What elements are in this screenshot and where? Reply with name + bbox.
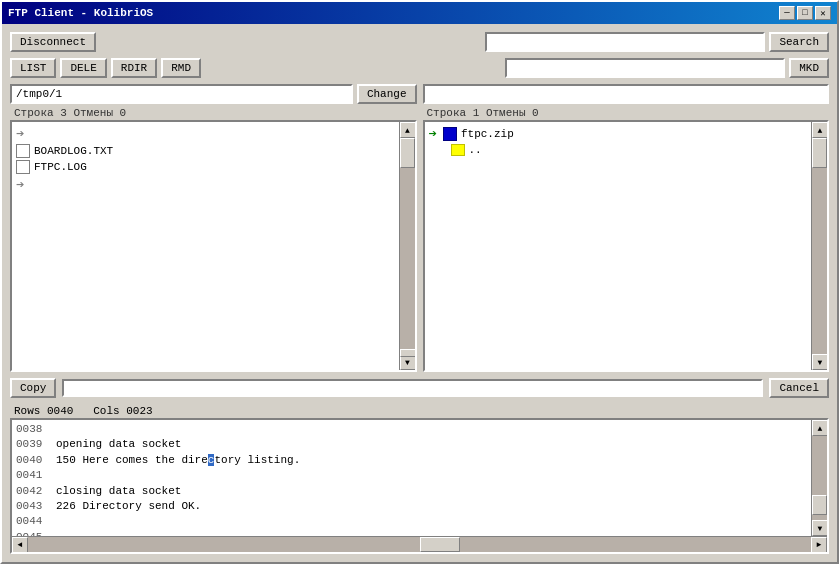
search-button[interactable]: Search xyxy=(769,32,829,52)
log-line: 0039opening data socket xyxy=(16,437,807,452)
right-path-input[interactable] xyxy=(423,84,830,104)
search-input[interactable] xyxy=(485,32,765,52)
log-scroll-down[interactable]: ▼ xyxy=(812,520,827,536)
log-line: 0040150 Here comes the directory listing… xyxy=(16,453,807,468)
zip-icon xyxy=(443,127,457,141)
log-line: 0043226 Directory send OK. xyxy=(16,499,807,514)
file-name: ftpc.zip xyxy=(461,128,514,140)
left-arrow-icon: ➔ xyxy=(16,125,24,142)
log-header: Rows 0040 Cols 0023 xyxy=(10,404,829,418)
rmd-button[interactable]: RMD xyxy=(161,58,201,78)
close-button[interactable]: ✕ xyxy=(815,6,831,20)
log-hscroll-thumb[interactable] xyxy=(420,537,460,552)
scroll-up-button[interactable]: ▲ xyxy=(400,122,416,138)
copy-button[interactable]: Copy xyxy=(10,378,56,398)
list-item[interactable]: ➔ xyxy=(14,124,397,143)
log-line: 0044 xyxy=(16,514,807,529)
log-hscroll-track xyxy=(28,537,811,552)
scroll-up-button[interactable]: ▲ xyxy=(812,122,828,138)
left-panel: Change Строка 3 Отмены 0 ➔ BOARDLOG.TXT xyxy=(10,84,417,372)
right-panel-list: ➔ ftpc.zip .. ▲ xyxy=(423,120,830,372)
log-section: Rows 0040 Cols 0023 0038 0039opening dat… xyxy=(10,404,829,554)
left-panel-content[interactable]: ➔ BOARDLOG.TXT FTPC.LOG ➔ xyxy=(12,122,399,370)
log-horizontal-scrollbar[interactable]: ◄ ► xyxy=(12,536,827,552)
dele-button[interactable]: DELE xyxy=(60,58,106,78)
folder-icon xyxy=(451,144,465,156)
log-scroll-up[interactable]: ▲ xyxy=(812,420,827,436)
mkd-button[interactable]: MKD xyxy=(789,58,829,78)
arrow-icon: ➔ xyxy=(16,176,24,193)
window-title: FTP Client - KolibriOS xyxy=(8,7,153,19)
scroll-thumb[interactable] xyxy=(400,138,415,168)
log-content: 0038 0039opening data socket 0040150 Her… xyxy=(12,420,827,536)
log-scroll-track xyxy=(812,436,827,520)
list-item[interactable]: ➔ ftpc.zip xyxy=(427,124,810,143)
list-item[interactable]: .. xyxy=(427,143,810,157)
file-name: .. xyxy=(469,144,482,156)
log-body: 0038 0039opening data socket 0040150 Her… xyxy=(10,418,829,554)
doc-icon xyxy=(16,160,30,174)
disconnect-button[interactable]: Disconnect xyxy=(10,32,96,52)
copy-section: Copy Cancel xyxy=(10,378,829,398)
log-line: 0041 xyxy=(16,468,807,483)
log-line: 0042closing data socket xyxy=(16,484,807,499)
top-bar: Disconnect Search xyxy=(10,32,829,52)
rows-label: Rows 0040 Cols 0023 xyxy=(14,405,153,417)
left-panel-header: Строка 3 Отмены 0 xyxy=(10,106,417,120)
toolbar-row: LIST DELE RDIR RMD MKD xyxy=(10,58,829,78)
right-panel: Строка 1 Отмены 0 ➔ ftpc.zip .. xyxy=(423,84,830,372)
log-vertical-scrollbar[interactable]: ▲ ▼ xyxy=(811,420,827,536)
mkd-input[interactable] xyxy=(505,58,785,78)
scroll-track xyxy=(400,138,415,346)
right-panel-content[interactable]: ➔ ftpc.zip .. xyxy=(425,122,812,370)
selection-arrow-icon: ➔ xyxy=(429,125,437,142)
log-line: 0038 xyxy=(16,422,807,437)
main-window: FTP Client - KolibriOS ─ □ ✕ Disconnect … xyxy=(0,0,839,564)
rdir-button[interactable]: RDIR xyxy=(111,58,157,78)
file-name: FTPC.LOG xyxy=(34,161,87,173)
left-panel-list: ➔ BOARDLOG.TXT FTPC.LOG ➔ xyxy=(10,120,417,372)
list-button[interactable]: LIST xyxy=(10,58,56,78)
panels-row: Change Строка 3 Отмены 0 ➔ BOARDLOG.TXT xyxy=(10,84,829,372)
log-text: 0038 0039opening data socket 0040150 Her… xyxy=(12,420,811,536)
change-button[interactable]: Change xyxy=(357,84,417,104)
maximize-button[interactable]: □ xyxy=(797,6,813,20)
cancel-button[interactable]: Cancel xyxy=(769,378,829,398)
scroll-down-button[interactable]: ▼ xyxy=(812,354,828,370)
right-panel-scrollbar[interactable]: ▲ ▼ xyxy=(811,122,827,370)
progress-bar xyxy=(62,379,763,397)
left-path-input[interactable] xyxy=(10,84,353,104)
left-panel-scrollbar[interactable]: ▲ ▼ xyxy=(399,122,415,370)
log-scroll-thumb[interactable] xyxy=(812,495,827,515)
scroll-track xyxy=(812,138,827,354)
doc-icon xyxy=(16,144,30,158)
scroll-thumb[interactable] xyxy=(812,138,827,168)
log-scroll-right[interactable]: ► xyxy=(811,537,827,553)
log-scroll-left[interactable]: ◄ xyxy=(12,537,28,553)
list-item[interactable]: BOARDLOG.TXT xyxy=(14,143,397,159)
minimize-button[interactable]: ─ xyxy=(779,6,795,20)
main-content: Disconnect Search LIST DELE RDIR RMD MKD… xyxy=(2,24,837,562)
list-item[interactable]: FTPC.LOG xyxy=(14,159,397,175)
right-panel-header: Строка 1 Отмены 0 xyxy=(423,106,830,120)
list-item[interactable]: ➔ xyxy=(14,175,397,194)
file-name: BOARDLOG.TXT xyxy=(34,145,113,157)
left-panel-path-row: Change xyxy=(10,84,417,104)
right-panel-path-row xyxy=(423,84,830,104)
title-bar-buttons: ─ □ ✕ xyxy=(779,6,831,20)
title-bar: FTP Client - KolibriOS ─ □ ✕ xyxy=(2,2,837,24)
